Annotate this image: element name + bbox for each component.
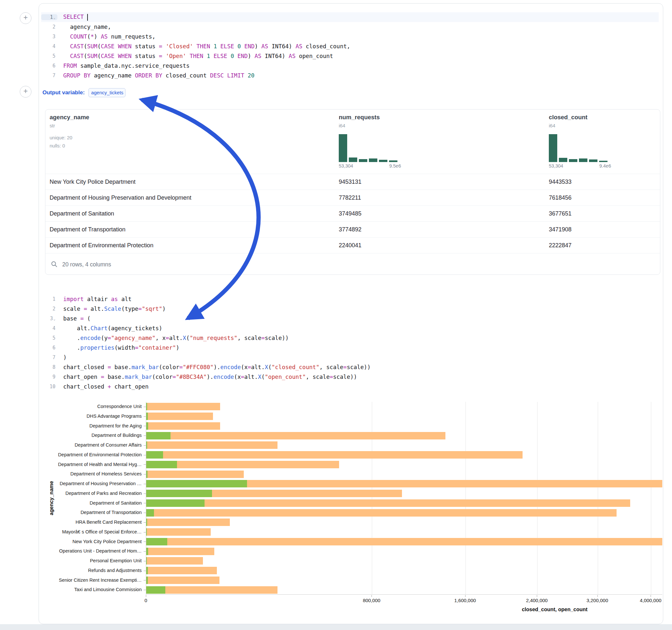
code-token: [162, 53, 166, 59]
bar-closed-count: [146, 548, 214, 555]
code-line: 7GROUP BY agency_name ORDER BY closed_co…: [41, 71, 659, 80]
y-axis-tick: [144, 580, 146, 580]
column-header-agency_name[interactable]: agency_namestrunique: 20nulls: 0: [50, 110, 147, 173]
code-token: COUNT: [70, 33, 87, 40]
code-token: WHEN: [118, 43, 131, 50]
column-name: closed_count: [549, 114, 587, 121]
code-token: [115, 53, 118, 59]
chart-x-axis-title: closed_count, open_count: [522, 607, 588, 612]
code-token: chart_closed: [63, 364, 107, 370]
search-icon[interactable]: [51, 261, 58, 269]
table-cell: 3677651: [549, 210, 572, 217]
code-text: CAST(SUM(CASE WHEN status = 'Open' THEN …: [57, 53, 333, 59]
add-cell-button[interactable]: +: [20, 86, 31, 98]
python-editor[interactable]: 1import altair as alt2scale = alt.Scale(…: [41, 294, 659, 391]
add-cell-button[interactable]: +: [20, 12, 31, 24]
bar-closed-count: [146, 451, 523, 459]
code-token: DESC: [210, 72, 224, 79]
histogram-bar: [549, 134, 557, 162]
collapse-chevron-icon[interactable]: ⌄: [53, 317, 55, 321]
code-token: base.: [104, 374, 124, 380]
code-token: (y: [101, 335, 107, 341]
column-type: str: [50, 123, 55, 128]
table-row: Department of Environmental Protection22…: [45, 237, 660, 253]
table-row-count: 20 rows, 4 columns: [62, 261, 111, 268]
code-token: ELSE: [220, 43, 234, 50]
table-row: Department of Transportation377489234719…: [45, 221, 660, 237]
y-axis-label: Department of Buildings: [39, 431, 142, 440]
code-token: "#FFC080": [183, 364, 214, 370]
code-token: [115, 43, 118, 50]
code-line: 9chart_open = base.mark_bar(color="#8BC3…: [41, 372, 659, 382]
code-text: scale = alt.Scale(type="sqrt"): [57, 306, 166, 312]
output-variable-chip[interactable]: agency_tickets: [89, 88, 125, 97]
output-variable-label: Output variable:: [43, 90, 85, 96]
x-axis-tick: [537, 595, 537, 597]
bar-closed-count: [146, 557, 203, 564]
line-number: 7: [41, 355, 57, 360]
line-number: 3⌄: [41, 316, 57, 321]
code-text: agency_name,: [57, 24, 111, 30]
code-token: [210, 43, 214, 50]
code-token: .: [63, 344, 80, 351]
code-token: agency_name,: [63, 24, 111, 30]
code-token: =: [80, 315, 84, 322]
sql-editor[interactable]: 1⌄SELECT 2 agency_name,3 COUNT(*) AS num…: [41, 12, 659, 80]
code-token: 'Closed': [166, 43, 193, 50]
bar-open-count: [146, 490, 212, 497]
code-token: END: [238, 53, 248, 59]
histogram-bar: [369, 159, 377, 162]
code-text: import altair as alt: [57, 296, 131, 302]
histogram-bar: [349, 158, 357, 162]
code-token: SELECT: [63, 14, 83, 20]
code-token: =: [261, 335, 265, 341]
code-token: chart_closed: [63, 383, 107, 390]
column-meta: nulls: 0: [50, 143, 65, 148]
code-token: [83, 14, 87, 20]
code-token: num_requests,: [107, 33, 155, 40]
column-header-num_requests[interactable]: num_requestsi6453,3049.5e6: [339, 110, 436, 173]
y-axis-label: DHS Advantage Programs: [39, 412, 142, 421]
code-token: [203, 53, 207, 59]
collapse-chevron-icon[interactable]: ⌄: [53, 16, 55, 20]
x-axis-label: 4,000,000: [640, 598, 662, 603]
bar-open-count: [146, 557, 147, 564]
code-token: FROM: [63, 63, 77, 69]
line-number: 4: [41, 325, 57, 331]
code-token: encode: [80, 335, 101, 341]
code-token: import: [63, 296, 83, 302]
code-token: [186, 53, 190, 59]
code-token: "container": [138, 344, 176, 351]
histogram-min: 53,304: [339, 163, 353, 169]
code-token: (width: [115, 344, 135, 351]
y-axis-tick: [144, 407, 146, 407]
code-text: FROM sample_data.nyc.service_requests: [57, 63, 190, 69]
column-header-closed_count[interactable]: closed_counti6453,3049.4e6: [549, 110, 646, 173]
code-token: (agency_tickets): [107, 325, 162, 332]
y-axis-label: Correspondence Unit: [39, 402, 142, 412]
code-token: "agency_name": [111, 335, 155, 341]
text-cursor: [87, 14, 88, 21]
code-token: =: [107, 335, 111, 341]
code-token: closed_count: [162, 72, 210, 79]
code-text: chart_closed + chart_open: [57, 383, 148, 390]
code-token: 1: [207, 53, 210, 59]
code-token: [244, 72, 248, 79]
code-line: 6 .properties(width="container"): [41, 343, 659, 353]
table-cell: Department of Sanitation: [50, 210, 114, 217]
code-token: "num_requests": [190, 335, 238, 341]
code-token: base.: [111, 364, 131, 370]
histogram-bar: [569, 159, 577, 162]
code-token: 20: [248, 72, 255, 79]
y-axis-tick: [144, 455, 146, 455]
code-token: =: [166, 335, 169, 341]
bar-closed-count: [146, 441, 278, 449]
bar-closed-count: [146, 567, 217, 574]
code-token: (: [268, 364, 272, 370]
line-number: 10: [41, 384, 57, 390]
y-axis-tick: [144, 493, 146, 494]
output-variable-row: Output variable: agency_tickets: [43, 88, 125, 97]
x-axis-label: 2,400,000: [526, 598, 548, 603]
code-token: =: [159, 53, 162, 59]
code-token: [162, 43, 166, 50]
